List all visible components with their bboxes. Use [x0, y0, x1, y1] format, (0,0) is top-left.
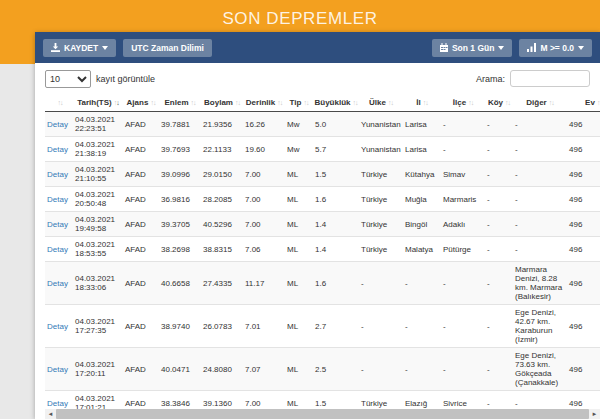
earthquake-table-wrap: ↑↓Tarih(TS)↑↓Ajans↑↓Enlem↑↓Boylam↑↓Derin…	[35, 94, 600, 409]
type-cell: ML	[285, 391, 313, 410]
scroll-left-icon[interactable]: ◄	[45, 409, 56, 419]
detay-link[interactable]: Detay	[47, 245, 68, 254]
date-cell: 04.03.202120:50:48	[73, 187, 123, 212]
column-header[interactable]: Ülke↑↓	[359, 94, 403, 112]
longitude-cell: 24.8080	[201, 348, 243, 391]
eventid-cell: 496	[567, 112, 600, 137]
detay-cell: Detay	[45, 137, 73, 162]
table-controls: 10 kayıt görüntüle Arama:	[35, 63, 600, 94]
column-header[interactable]: İlçe↑↓	[441, 94, 485, 112]
date-value: 04.03.2021	[75, 165, 121, 174]
sort-icon: ↑↓	[235, 99, 240, 106]
detay-link[interactable]: Detay	[47, 322, 68, 331]
depth-cell: 7.00	[243, 391, 285, 410]
village-cell: -	[485, 348, 513, 391]
table-row: Detay04.03.202122:23:51AFAD39.788121.935…	[45, 112, 600, 137]
date-range-button[interactable]: Son 1 Gün	[432, 39, 513, 57]
date-value: 04.03.2021	[75, 190, 121, 199]
detay-link[interactable]: Detay	[47, 170, 68, 179]
date-range-label: Son 1 Gün	[452, 43, 495, 53]
column-header[interactable]: Ev↑↓	[567, 94, 600, 112]
date-cell: 04.03.202118:33:06	[73, 262, 123, 305]
detay-link[interactable]: Detay	[47, 120, 68, 129]
type-cell: Mw	[285, 137, 313, 162]
save-button-label: KAYDET	[64, 43, 98, 53]
longitude-cell: 21.9356	[201, 112, 243, 137]
table-header-row: ↑↓Tarih(TS)↑↓Ajans↑↓Enlem↑↓Boylam↑↓Derin…	[45, 94, 600, 112]
detay-link[interactable]: Detay	[47, 399, 68, 408]
sort-icon: ↑↓	[549, 99, 554, 106]
other-cell: -	[513, 162, 567, 187]
detay-cell: Detay	[45, 212, 73, 237]
column-header[interactable]: İl↑↓	[403, 94, 441, 112]
district-cell: Adaklı	[441, 212, 485, 237]
latitude-cell: 39.7693	[159, 137, 201, 162]
column-header-label: Enlem	[164, 98, 188, 107]
magnitude-cell: 2.7	[313, 305, 359, 348]
detay-link[interactable]: Detay	[47, 220, 68, 229]
search-input[interactable]	[510, 70, 590, 87]
latitude-cell: 39.3705	[159, 212, 201, 237]
sort-icon: ↑↓	[150, 99, 155, 106]
other-cell: -	[513, 137, 567, 162]
longitude-cell: 29.0150	[201, 162, 243, 187]
utc-timezone-button[interactable]: UTC Zaman Dilimi	[123, 39, 212, 57]
type-cell: ML	[285, 187, 313, 212]
other-cell: -	[513, 237, 567, 262]
page-size-select[interactable]: 10	[45, 70, 91, 88]
detay-link[interactable]: Detay	[47, 145, 68, 154]
date-cell: 04.03.202122:23:51	[73, 112, 123, 137]
detay-cell: Detay	[45, 187, 73, 212]
sort-icon: ↑↓	[58, 99, 63, 106]
scrollbar-thumb[interactable]	[56, 409, 589, 419]
column-header[interactable]: Diğer↑↓	[513, 94, 567, 112]
download-icon	[51, 43, 60, 52]
column-header[interactable]: Enlem↑↓	[159, 94, 201, 112]
scroll-right-icon[interactable]: ►	[589, 409, 600, 419]
latitude-cell: 38.2698	[159, 237, 201, 262]
date-value: 04.03.2021	[75, 360, 121, 369]
date-value: 04.03.2021	[75, 115, 121, 124]
detay-link[interactable]: Detay	[47, 279, 68, 288]
column-header[interactable]: Derinlik↑↓	[243, 94, 285, 112]
agency-cell: AFAD	[123, 262, 159, 305]
column-header[interactable]: Köy↑↓	[485, 94, 513, 112]
magnitude-filter-button[interactable]: M >= 0.0	[519, 39, 592, 57]
country-cell: Türkiye	[359, 391, 403, 410]
village-cell: -	[485, 112, 513, 137]
save-button[interactable]: KAYDET	[43, 39, 116, 57]
column-header[interactable]: Boylam↑↓	[201, 94, 243, 112]
column-header[interactable]: Tip↑↓	[285, 94, 313, 112]
sort-icon: ↑↓	[468, 99, 473, 106]
column-header[interactable]: Tarih(TS)↑↓	[73, 94, 123, 112]
district-cell: -	[441, 262, 485, 305]
province-cell: Kütahya	[403, 162, 441, 187]
time-value: 20:50:48	[75, 199, 121, 208]
search-area: Arama:	[476, 70, 590, 87]
sort-icon: ↑↓	[505, 99, 510, 106]
caret-down-icon	[498, 46, 504, 50]
depth-cell: 7.01	[243, 305, 285, 348]
type-cell: ML	[285, 212, 313, 237]
horizontal-scrollbar[interactable]: ◄ ►	[45, 409, 600, 419]
agency-cell: AFAD	[123, 237, 159, 262]
agency-cell: AFAD	[123, 187, 159, 212]
latitude-cell: 38.3846	[159, 391, 201, 410]
village-cell: -	[485, 212, 513, 237]
column-header[interactable]: ↑↓	[45, 94, 73, 112]
latitude-cell: 36.9816	[159, 187, 201, 212]
district-cell: -	[441, 305, 485, 348]
detay-link[interactable]: Detay	[47, 365, 68, 374]
date-cell: 04.03.202118:53:55	[73, 237, 123, 262]
magnitude-cell: 5.7	[313, 137, 359, 162]
date-value: 04.03.2021	[75, 240, 121, 249]
column-header[interactable]: Ajans↑↓	[123, 94, 159, 112]
depth-cell: 19.60	[243, 137, 285, 162]
column-header[interactable]: Büyüklük↑↓	[313, 94, 359, 112]
time-value: 18:53:55	[75, 249, 121, 258]
column-header-label: Tip	[290, 98, 302, 107]
detay-link[interactable]: Detay	[47, 195, 68, 204]
other-cell: -	[513, 112, 567, 137]
district-cell: Simav	[441, 162, 485, 187]
district-cell: Marmaris	[441, 187, 485, 212]
